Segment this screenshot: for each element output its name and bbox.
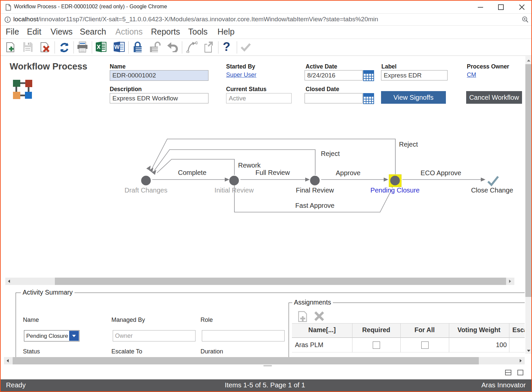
svg-text:Rework: Rework bbox=[238, 162, 261, 169]
svg-text:Full Review: Full Review bbox=[255, 169, 290, 176]
svg-text:W: W bbox=[114, 44, 120, 50]
svg-text:ECO Approve: ECO Approve bbox=[421, 169, 461, 177]
svg-text:Final Review: Final Review bbox=[296, 187, 334, 194]
svg-text:Close Change: Close Change bbox=[471, 187, 513, 194]
svg-text:Reject: Reject bbox=[321, 150, 340, 157]
svg-text:Fast Approve: Fast Approve bbox=[295, 202, 334, 209]
svg-text:Draft Changes: Draft Changes bbox=[125, 187, 168, 194]
svg-text:Approve: Approve bbox=[336, 169, 361, 177]
svg-text:Initial Review: Initial Review bbox=[214, 187, 254, 194]
svg-text:Complete: Complete bbox=[178, 169, 206, 176]
svg-text:Reject: Reject bbox=[399, 141, 418, 148]
svg-text:Pending Closure: Pending Closure bbox=[370, 187, 420, 194]
